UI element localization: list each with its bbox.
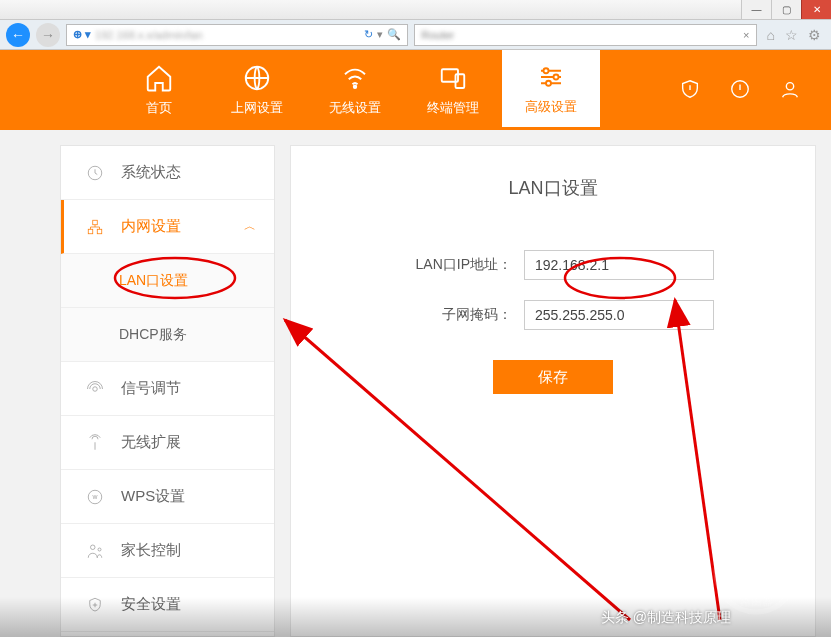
browser-tab[interactable]: Router × [414, 24, 756, 46]
sidebar-label: LAN口设置 [119, 272, 188, 290]
parent-icon [85, 541, 105, 561]
tab-label: 无线设置 [329, 99, 381, 117]
svg-text:W: W [93, 494, 98, 500]
svg-text:路由器: 路由器 [740, 595, 773, 607]
sidebar-item-signal[interactable]: 信号调节 [61, 362, 274, 416]
refresh-icon[interactable]: ↻ [364, 28, 373, 41]
favorite-icon[interactable]: ☆ [785, 27, 798, 43]
forward-button[interactable]: → [36, 23, 60, 47]
svg-point-4 [544, 68, 549, 73]
sidebar-item-lan-section[interactable]: 内网设置 ︿ [61, 200, 274, 254]
svg-rect-12 [97, 229, 102, 234]
mask-label: 子网掩码： [392, 306, 512, 324]
svg-point-8 [786, 82, 793, 89]
devices-icon [438, 63, 468, 93]
wifi-icon [340, 63, 370, 93]
user-icon[interactable] [779, 78, 801, 103]
svg-rect-10 [93, 220, 98, 225]
search-icon[interactable]: 🔍 [387, 28, 401, 41]
globe-icon [242, 63, 272, 93]
power-icon[interactable] [729, 78, 751, 103]
sliders-icon [536, 62, 566, 92]
add-tab-icon[interactable]: ⊕ ▾ [73, 28, 91, 41]
sidebar-label: 家长控制 [121, 541, 181, 560]
antenna-icon [85, 433, 105, 453]
wps-icon: W [85, 487, 105, 507]
sidebar-item-wifi-ext[interactable]: 无线扩展 [61, 416, 274, 470]
sidebar-label: WPS设置 [121, 487, 185, 506]
tab-close-icon[interactable]: × [743, 29, 749, 41]
sidebar-item-parental[interactable]: 家长控制 [61, 524, 274, 578]
page-title: LAN口设置 [331, 176, 775, 200]
svg-point-20 [752, 575, 760, 583]
subnet-mask-input[interactable] [524, 300, 714, 330]
svg-point-16 [91, 545, 96, 550]
tab-label: 高级设置 [525, 98, 577, 116]
svg-point-6 [546, 80, 551, 85]
watermark-text: 头条 @制造科技原理 [601, 609, 731, 627]
tab-clients[interactable]: 终端管理 [404, 50, 502, 130]
svg-point-1 [354, 86, 357, 89]
address-bar[interactable]: ⊕ ▾ 192.168.x.x/admin/lan ↻ ▾ 🔍 [66, 24, 408, 46]
clock-icon [85, 163, 105, 183]
svg-point-17 [98, 548, 101, 551]
home-icon[interactable]: ⌂ [767, 27, 775, 43]
url-text: 192.168.x.x/admin/lan [95, 29, 360, 41]
tab-internet[interactable]: 上网设置 [208, 50, 306, 130]
sidebar-item-status[interactable]: 系统状态 [61, 146, 274, 200]
tab-advanced[interactable]: 高级设置 [502, 50, 600, 130]
sidebar-label: DHCP服务 [119, 326, 187, 344]
shield-icon[interactable] [679, 78, 701, 103]
save-button[interactable]: 保存 [493, 360, 613, 394]
window-maximize-button[interactable]: ▢ [771, 0, 801, 19]
sidebar: 系统状态 内网设置 ︿ LAN口设置 DHCP服务 信号调节 无线扩展 W WP… [60, 145, 275, 637]
settings-gear-icon[interactable]: ⚙ [808, 27, 821, 43]
sidebar-item-lan-settings[interactable]: LAN口设置 [61, 254, 274, 308]
window-close-button[interactable]: ✕ [801, 0, 831, 19]
watermark-logo: 路由器 [711, 527, 801, 617]
sidebar-label: 无线扩展 [121, 433, 181, 452]
main-nav: 首页 上网设置 无线设置 终端管理 高级设置 [0, 50, 831, 130]
lan-ip-input[interactable] [524, 250, 714, 280]
signal-icon [85, 379, 105, 399]
svg-point-13 [93, 386, 98, 391]
tab-wireless[interactable]: 无线设置 [306, 50, 404, 130]
browser-toolbar: ← → ⊕ ▾ 192.168.x.x/admin/lan ↻ ▾ 🔍 Rout… [0, 20, 831, 50]
ip-label: LAN口IP地址： [392, 256, 512, 274]
back-button[interactable]: ← [6, 23, 30, 47]
sidebar-label: 信号调节 [121, 379, 181, 398]
sidebar-item-dhcp[interactable]: DHCP服务 [61, 308, 274, 362]
tab-label: 上网设置 [231, 99, 283, 117]
window-minimize-button[interactable]: — [741, 0, 771, 19]
svg-rect-11 [88, 229, 93, 234]
house-icon [144, 63, 174, 93]
tab-title: Router [421, 29, 454, 41]
sidebar-item-wps[interactable]: W WPS设置 [61, 470, 274, 524]
svg-point-5 [554, 74, 559, 79]
window-titlebar: — ▢ ✕ [0, 0, 831, 20]
chevron-up-icon: ︿ [244, 218, 256, 235]
network-icon [85, 217, 105, 237]
stop-icon[interactable]: ▾ [377, 28, 383, 41]
sidebar-label: 内网设置 [121, 217, 181, 236]
sidebar-label: 系统状态 [121, 163, 181, 182]
tab-label: 终端管理 [427, 99, 479, 117]
tab-home[interactable]: 首页 [110, 50, 208, 130]
tab-label: 首页 [146, 99, 172, 117]
